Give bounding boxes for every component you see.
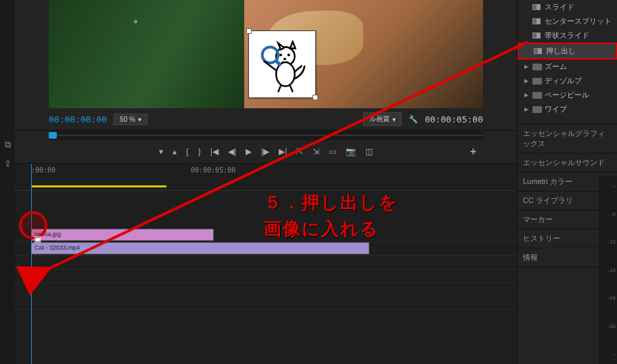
scrub-handle[interactable] <box>49 132 57 139</box>
quality-dropdown[interactable]: ル画質▾ <box>363 112 402 126</box>
play-icon[interactable]: ▶ <box>246 147 252 156</box>
audio-meter: -- -6 -12 -18 -24 -30 -- <box>599 176 617 364</box>
ruler-mark-1: 00:00:05:00 <box>191 166 235 174</box>
wrench-icon[interactable]: 🔧 <box>409 115 418 124</box>
monitor-info-bar: 00:00:00:00 50 %▾ ル画質▾ 🔧 00:00:05:00 <box>15 108 517 131</box>
track-v1[interactable]: Cat - 32033.mp4 <box>15 242 517 256</box>
annotation-text: ５．押し出しを 画像に入れる <box>264 189 398 242</box>
lift-icon[interactable]: ⇱ <box>296 147 303 156</box>
playhead[interactable] <box>31 164 32 364</box>
clip-nekoa[interactable]: nekoa.jpg <box>31 229 214 241</box>
overlay-image-nekoa[interactable] <box>248 30 316 98</box>
transport-controls: ▾ ▴ { } |◀ ◀| ▶ |▶ ▶| ⇱ ⇲ ▭ 📷 ◫ + <box>15 140 517 164</box>
annotation-drop-circle <box>19 211 47 240</box>
effects-panel: スライド センタースプリット 帯状スライド 押し出し ▶ズーム ▶ディゾルブ ▶… <box>518 0 617 116</box>
folder-wipe[interactable]: ▶ワイプ <box>518 102 617 116</box>
effect-push[interactable]: 押し出し <box>518 43 617 60</box>
svg-point-1 <box>279 53 282 56</box>
step-fwd-icon[interactable]: |▶ <box>261 147 269 156</box>
svg-point-2 <box>288 53 290 56</box>
folder-page-peel[interactable]: ▶ページピール <box>518 88 617 102</box>
step-back-icon[interactable]: ◀| <box>228 147 236 156</box>
export-frame-icon[interactable]: ▭ <box>329 147 336 156</box>
timecode-duration: 00:00:05:00 <box>425 114 483 124</box>
drop-cursor-icon: ▣ <box>34 234 41 244</box>
in-bracket-icon[interactable]: { <box>186 147 189 156</box>
export-icon[interactable]: ⇪ <box>0 154 15 173</box>
compare-icon[interactable]: ◫ <box>365 147 373 156</box>
effect-slide[interactable]: スライド <box>518 0 617 14</box>
add-button-icon[interactable]: + <box>470 145 476 158</box>
out-bracket-icon[interactable]: } <box>198 147 201 156</box>
zoom-dropdown[interactable]: 50 %▾ <box>114 114 147 125</box>
extract-icon[interactable]: ⇲ <box>313 147 319 156</box>
program-monitor <box>49 0 483 108</box>
link-icon[interactable]: ⧉ <box>0 135 15 154</box>
mark-out-icon[interactable]: ▴ <box>173 147 177 156</box>
panel-essential-graphics[interactable]: エッセンシャルグラフィックス <box>518 124 617 154</box>
work-area-bar[interactable] <box>31 185 166 187</box>
svg-point-3 <box>283 58 286 60</box>
effect-band-slide[interactable]: 帯状スライド <box>518 28 617 43</box>
project-panel-strip: ⧉ ⇪ <box>0 0 15 364</box>
go-end-icon[interactable]: ▶| <box>279 147 287 156</box>
ruler-mark-0: :00:00 <box>31 166 55 174</box>
folder-dissolve[interactable]: ▶ディゾルブ <box>518 74 617 88</box>
go-start-icon[interactable]: |◀ <box>210 147 219 156</box>
timecode-current[interactable]: 00:00:00:00 <box>49 114 107 124</box>
effect-center-split[interactable]: センタースプリット <box>518 14 617 28</box>
clip-cat-video[interactable]: Cat - 32033.mp4 <box>31 242 369 254</box>
mark-in-icon[interactable]: ▾ <box>159 147 163 156</box>
folder-zoom[interactable]: ▶ズーム <box>518 60 617 74</box>
timeline-ruler[interactable]: :00:00 00:00:05:00 <box>15 164 517 191</box>
monitor-scrub-bar[interactable] <box>49 131 483 140</box>
panel-essential-sound[interactable]: エッセンシャルサウンド <box>518 154 617 173</box>
camera-icon[interactable]: 📷 <box>346 147 356 156</box>
